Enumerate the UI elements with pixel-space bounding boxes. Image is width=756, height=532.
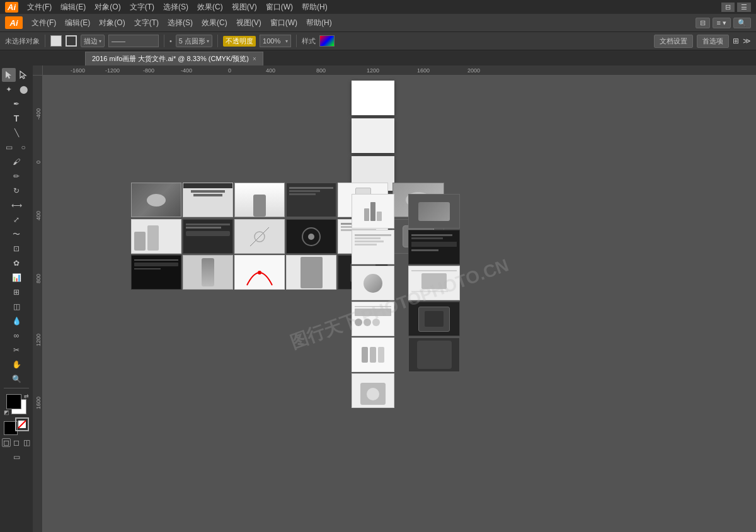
vertical-ruler-svg: -400 0 400 800 1200 1600 [33,76,43,532]
tool-separator [4,388,29,388]
arrange-btn[interactable]: ☰ [737,3,751,12]
menu-select[interactable]: 选择(S) [164,16,197,30]
vertical-ruler: -400 0 400 800 1200 1600 [33,76,43,532]
paintbrush-tool[interactable]: 🖌 [2,155,31,169]
tab-close-btn[interactable]: × [253,55,256,62]
rect-tool[interactable]: ▭ [2,140,16,154]
title-menu-view[interactable]: 视图(V) [229,2,260,13]
opacity-input[interactable]: 100% ▾ [260,35,291,47]
eyedropper-tool[interactable]: 💧 [2,314,31,328]
thumb-2-1 [131,219,181,254]
search-icon[interactable]: 🔍 [733,18,751,28]
pen-tool[interactable]: ✒ [2,97,31,111]
thumb-2-4 [286,219,336,254]
swap-colors-icon[interactable]: ⇄ [24,393,29,399]
title-menu-file[interactable]: 文件(F) [25,2,54,13]
column-graph-tool[interactable]: 📊 [2,271,31,285]
direct-selection-tool[interactable] [16,68,30,82]
foreground-color-swatch[interactable] [6,394,21,409]
blend-tool[interactable]: ∞ [2,329,31,342]
thumb-3-3 [234,255,285,290]
line-tool[interactable]: ╲ [2,126,31,140]
style-swatch[interactable] [319,35,335,47]
title-menu-select[interactable]: 选择(S) [161,2,191,13]
rotate-tool[interactable]: ↻ [2,184,31,198]
menu-bar: Ai 文件(F) 编辑(E) 对象(O) 文字(T) 选择(S) 效果(C) 视… [0,14,756,31]
more-icon[interactable]: ≫ [743,37,751,45]
page-r-2 [408,230,460,264]
title-menu-effect[interactable]: 效果(C) [195,2,226,13]
spread-row-1 [131,183,388,217]
separator-4 [296,35,297,47]
workspace-dropdown[interactable]: ≡ ▾ [713,18,731,28]
normal-mode-btn[interactable]: ◻ [2,438,11,447]
stroke-dropdown[interactable]: 描边 ▾ [81,35,105,47]
pencil-tool[interactable]: ✏ [2,169,31,183]
separator-2 [164,35,164,47]
menu-help[interactable]: 帮助(H) [302,16,336,30]
svg-text:0: 0 [35,161,42,164]
menu-view[interactable]: 视图(V) [232,16,265,30]
symbol-tool[interactable]: ✿ [2,256,31,270]
stroke-indicator[interactable] [15,417,29,431]
hand-tool[interactable]: ✋ [2,358,31,371]
scissors-tool[interactable]: ✂ [2,343,31,357]
thumb-2-3 [234,219,285,254]
stroke-width-field[interactable]: —— [108,35,159,47]
stroke-fill-indicator [4,417,29,435]
menu-edit[interactable]: 编辑(E) [61,16,94,30]
title-menu-edit[interactable]: 编辑(E) [58,2,88,13]
spread-row-2 [131,219,388,254]
workspace-btn[interactable]: ⊟ [721,3,735,12]
warp-tool[interactable]: 〜 [2,227,31,241]
reset-colors-icon[interactable]: ◩ [4,409,9,416]
drawing-mode-area: ◻ ◻ ◫ [2,438,31,447]
title-menu-object[interactable]: 对象(O) [92,2,123,13]
separator-1 [45,35,45,47]
fill-swatch[interactable] [50,35,62,47]
selection-label: 未选择对象 [5,37,40,46]
menu-text[interactable]: 文字(T) [130,16,163,30]
canvas-viewport[interactable]: 图行天下 PHOTOPHOTO.CN [43,76,756,532]
magic-wand-tool[interactable]: ✦ [2,82,16,96]
svg-point-23 [258,271,261,274]
page-r-1 [408,194,460,229]
menu-object[interactable]: 对象(O) [95,16,129,30]
thumb-3-1 [131,255,181,290]
mesh-tool[interactable]: ⊞ [2,285,31,299]
title-menu-text[interactable]: 文字(T) [127,2,157,13]
prefs-button[interactable]: 首选项 [697,35,729,48]
screen-mode-btn[interactable]: ▭ [4,450,29,464]
zoom-tool[interactable]: 🔍 [2,372,31,386]
reflect-tool[interactable]: ⟷ [2,198,31,212]
page-c-5 [352,337,394,372]
point-dropdown[interactable]: 5 点圆形 ▾ [176,35,212,47]
extra-icon[interactable]: ⊞ [733,37,739,45]
free-transform-tool[interactable]: ⊡ [2,242,31,256]
selection-tool[interactable] [2,68,16,82]
shape-tool-row: ▭ ○ [2,140,31,154]
doc-settings-button[interactable]: 文档设置 [654,35,693,48]
ellipse-tool[interactable]: ○ [16,140,30,154]
tab-label: 2016 mifo画册 大货文件.ai* @ 8.33% (CMYK/预览) [92,54,249,64]
scale-tool[interactable]: ⤢ [2,213,31,227]
menu-effect[interactable]: 效果(C) [198,16,231,30]
svg-text:1600: 1600 [35,397,42,409]
active-document-tab[interactable]: 2016 mifo画册 大货文件.ai* @ 8.33% (CMYK/预览) × [85,52,263,65]
gradient-tool[interactable]: ◫ [2,300,31,314]
stroke-icon[interactable] [66,35,77,47]
title-menu-window[interactable]: 窗口(W) [263,2,295,13]
title-menu-help[interactable]: 帮助(H) [299,2,330,13]
lasso-tool[interactable]: ⬤ [16,82,30,96]
menu-window[interactable]: 窗口(W) [266,16,301,30]
svg-text:-400: -400 [181,67,192,74]
toolbar-toggle[interactable]: ⊟ [696,18,710,28]
title-bar: Ai 文件(F) 编辑(E) 对象(O) 文字(T) 选择(S) 效果(C) 视… [0,0,756,14]
artboard-1 [352,81,394,115]
thumb-2-2 [183,219,233,254]
svg-marker-0 [6,71,11,79]
type-tool[interactable]: T [2,111,31,125]
inside-mode-btn[interactable]: ◫ [22,438,31,447]
behind-mode-btn[interactable]: ◻ [12,438,21,447]
menu-file[interactable]: 文件(F) [28,16,60,30]
